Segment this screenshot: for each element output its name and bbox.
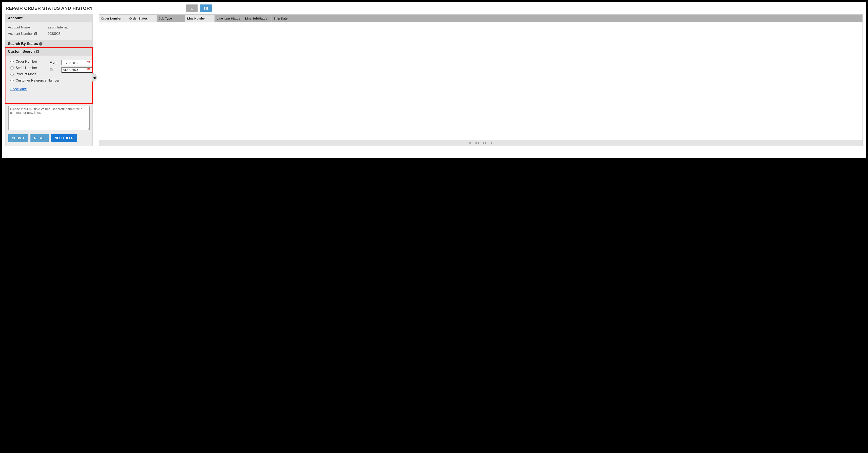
columns-icon (204, 6, 208, 10)
results-table: Order Number Order Status Job Type Line … (99, 14, 863, 146)
search-by-status-label: Search By Status (8, 42, 38, 46)
pager-last[interactable]: ▶I (491, 141, 494, 144)
header-bar: REPAIR ORDER STATUS AND HISTORY (2, 2, 866, 14)
from-date-row: From 10/19/2023 📅 (50, 60, 92, 65)
pager-prev[interactable]: ◀◀ (474, 141, 479, 144)
multivalue-wrap (5, 103, 92, 134)
radio-order-number-input[interactable] (10, 60, 13, 63)
button-row: SUBMIT RESET NEED HELP (5, 134, 92, 146)
from-label: From (50, 61, 59, 64)
account-name-value: Zebra Internal (48, 25, 68, 29)
account-header-label: Account (8, 16, 23, 20)
svg-rect-2 (207, 6, 208, 9)
radio-customer-ref-input[interactable] (10, 79, 13, 82)
th-order-number[interactable]: Order Number (99, 15, 127, 22)
header-buttons (186, 4, 212, 12)
radio-product-model[interactable]: Product Model (10, 72, 89, 76)
account-number-label: Account Number i (8, 32, 48, 35)
radio-product-model-input[interactable] (10, 73, 13, 76)
main-area: Order Number Order Status Job Type Line … (99, 14, 863, 146)
pager-first[interactable]: I◀ (468, 141, 471, 144)
search-by-status-header[interactable]: Search By Status i (5, 40, 92, 48)
radio-customer-ref[interactable]: Customer Reference Number (10, 79, 89, 82)
app-window: REPAIR ORDER STATUS AND HISTORY Account (2, 2, 866, 158)
to-date-input[interactable]: 01/19/2024 📅 (62, 67, 92, 73)
to-label: To (50, 68, 59, 72)
sidebar: Account Account Name Zebra Internal Acco… (5, 14, 93, 146)
account-header: Account (5, 15, 92, 22)
pager-next[interactable]: ▶▶ (483, 141, 487, 144)
need-help-button[interactable]: NEED HELP (51, 134, 77, 142)
radio-serial-number-input[interactable] (10, 66, 13, 69)
from-date-input[interactable]: 10/19/2023 📅 (62, 60, 92, 65)
account-number-value: 6088923 (48, 32, 61, 35)
calendar-icon: 📅 (87, 61, 91, 64)
svg-rect-1 (206, 6, 207, 9)
submit-button[interactable]: SUBMIT (8, 134, 28, 142)
sidebar-collapse-handle[interactable]: ◀ (92, 74, 97, 82)
custom-search-header[interactable]: Custom Search i (5, 48, 92, 56)
th-line-item-status[interactable]: Line Item Status (215, 15, 243, 22)
table-body (99, 22, 863, 140)
th-job-type[interactable]: Job Type (157, 15, 185, 22)
chevron-left-icon: ◀ (93, 76, 95, 80)
date-range: From 10/19/2023 📅 To 01/19/2024 📅 (50, 60, 92, 73)
download-button[interactable] (186, 4, 197, 12)
account-name-row: Account Name Zebra Internal (8, 24, 90, 30)
th-order-status[interactable]: Order Status (127, 15, 157, 22)
account-number-row: Account Number i 6088923 (8, 30, 90, 37)
page-title: REPAIR ORDER STATUS AND HISTORY (6, 6, 93, 11)
multivalue-textarea[interactable] (8, 106, 90, 130)
download-icon (190, 6, 194, 11)
info-icon[interactable]: i (36, 50, 39, 53)
info-icon[interactable]: i (39, 42, 42, 46)
th-ship-date[interactable]: Ship Date (272, 15, 863, 22)
th-line-substatus[interactable]: Line SubStatus (243, 15, 272, 22)
info-icon[interactable]: i (34, 32, 37, 35)
columns-button[interactable] (200, 4, 212, 12)
calendar-icon: 📅 (87, 68, 91, 72)
th-line-number[interactable]: Line Number (185, 15, 215, 22)
custom-search-highlight: Custom Search i Order Number Serial Numb… (5, 47, 93, 104)
to-date-row: To 01/19/2024 📅 (50, 67, 92, 73)
custom-search-body: Order Number Serial Number Product Model (5, 56, 92, 103)
account-name-label: Account Name (8, 25, 48, 29)
content-row: Account Account Name Zebra Internal Acco… (2, 14, 866, 146)
show-more-link[interactable]: Show More (10, 87, 89, 91)
reset-button[interactable]: RESET (30, 134, 49, 142)
custom-search-label: Custom Search (8, 49, 35, 54)
svg-rect-0 (204, 6, 205, 9)
pager: I◀ ◀◀ ▶▶ ▶I (99, 140, 863, 146)
account-body: Account Name Zebra Internal Account Numb… (5, 22, 92, 40)
table-header-row: Order Number Order Status Job Type Line … (99, 15, 863, 22)
